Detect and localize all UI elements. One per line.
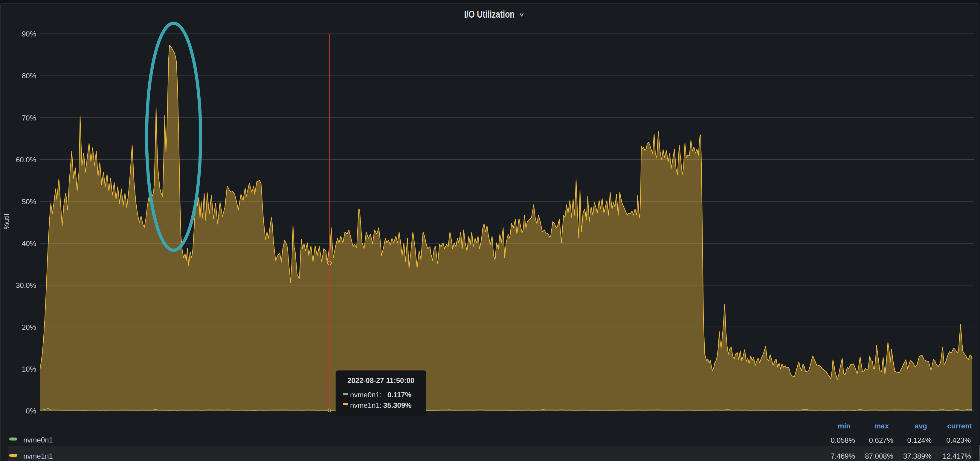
svg-text:nvme0n1:: nvme0n1: [350, 391, 382, 399]
svg-text:60.0%: 60.0% [16, 156, 36, 164]
svg-text:40%: 40% [22, 240, 36, 248]
svg-text:0%: 0% [26, 407, 36, 415]
svg-text:35.309%: 35.309% [383, 401, 412, 409]
svg-text:30.0%: 30.0% [16, 281, 36, 289]
svg-text:10%: 10% [22, 365, 36, 373]
svg-text:7.469%: 7.469% [831, 452, 855, 460]
svg-text:87.008%: 87.008% [865, 452, 893, 460]
svg-text:0.627%: 0.627% [869, 436, 893, 444]
svg-text:50%: 50% [22, 198, 36, 206]
svg-text:max: max [875, 422, 889, 430]
svg-text:12.417%: 12.417% [943, 452, 971, 460]
svg-text:nvme1n1: nvme1n1 [23, 452, 53, 460]
svg-text:90%: 90% [22, 30, 36, 38]
svg-text:min: min [838, 422, 851, 430]
svg-text:0.058%: 0.058% [831, 436, 855, 444]
svg-text:2022-08-27 11:50:00: 2022-08-27 11:50:00 [347, 377, 414, 385]
svg-text:nvme1n1:: nvme1n1: [350, 401, 382, 409]
svg-text:nvme0n1: nvme0n1 [23, 436, 53, 444]
svg-text:I/O Utilization: I/O Utilization [464, 8, 515, 20]
svg-text:80%: 80% [22, 72, 36, 80]
svg-text:0.423%: 0.423% [947, 436, 971, 444]
svg-text:current: current [947, 422, 972, 430]
svg-text:37.389%: 37.389% [903, 452, 932, 460]
svg-text:70%: 70% [22, 114, 36, 122]
svg-text:0.117%: 0.117% [387, 391, 411, 399]
svg-text:%util: %util [2, 214, 11, 229]
svg-text:avg: avg [915, 422, 927, 430]
svg-text:20%: 20% [22, 323, 36, 331]
svg-text:0.124%: 0.124% [907, 436, 932, 444]
